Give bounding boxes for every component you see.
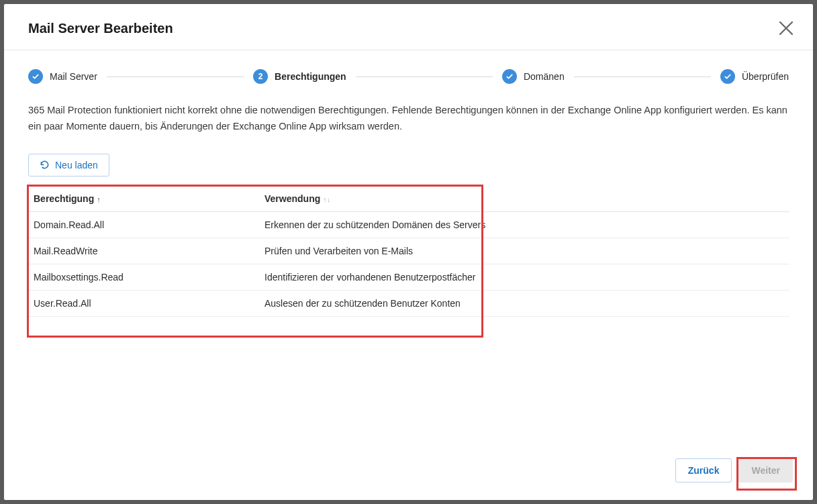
reload-button[interactable]: Neu laden: [28, 154, 109, 177]
step-divider: [356, 77, 493, 77]
modal-footer: Zurück Weiter: [4, 458, 813, 500]
step-review[interactable]: Überprüfen: [720, 69, 789, 84]
check-icon: [502, 69, 517, 84]
step-divider: [107, 77, 244, 77]
modal-header: Mail Server Bearbeiten: [4, 4, 813, 50]
table-row: Mail.ReadWrite Prüfen und Verarbeiten vo…: [28, 238, 789, 264]
step-domains[interactable]: Domänen: [502, 69, 565, 84]
table-row: User.Read.All Auslesen der zu schützende…: [28, 290, 789, 316]
cell-permission: Domain.Read.All: [28, 211, 259, 238]
cell-permission: User.Read.All: [28, 290, 259, 316]
step-divider: [574, 77, 711, 77]
table-row: Domain.Read.All Erkennen der zu schützen…: [28, 211, 789, 238]
modal-title: Mail Server Bearbeiten: [28, 21, 173, 36]
cell-usage: Erkennen der zu schützenden Domänen des …: [259, 211, 789, 238]
step-label: Domänen: [524, 71, 565, 82]
refresh-icon: [40, 160, 50, 170]
cell-usage: Auslesen der zu schützenden Benutzer Kon…: [259, 290, 789, 316]
edit-mail-server-modal: Mail Server Bearbeiten Mail Server 2 Ber…: [4, 4, 813, 500]
cell-permission: Mail.ReadWrite: [28, 238, 259, 264]
table-header-row: Berechtigung↑ Verwendung↑↓: [28, 186, 789, 212]
step-description: 365 Mail Protection funktioniert nicht k…: [28, 103, 789, 135]
sort-asc-icon: ↑: [97, 195, 101, 203]
step-permissions[interactable]: 2 Berechtigungen: [253, 69, 346, 84]
back-button[interactable]: Zurück: [675, 458, 732, 483]
step-mail-server[interactable]: Mail Server: [28, 69, 97, 84]
permissions-table: Berechtigung↑ Verwendung↑↓ Domain.Read.A…: [28, 186, 789, 317]
permissions-table-wrap: Berechtigung↑ Verwendung↑↓ Domain.Read.A…: [28, 186, 789, 317]
column-header-permission[interactable]: Berechtigung↑: [28, 186, 259, 212]
check-icon: [28, 69, 43, 84]
check-icon: [720, 69, 735, 84]
close-button[interactable]: [778, 20, 794, 36]
step-number-icon: 2: [253, 69, 268, 84]
cell-usage: Prüfen und Verarbeiten von E-Mails: [259, 238, 789, 264]
cell-usage: Identifizieren der vorhandenen Benutzerp…: [259, 264, 789, 290]
wizard-stepper: Mail Server 2 Berechtigungen Domänen Übe…: [28, 69, 789, 84]
table-row: Mailboxsettings.Read Identifizieren der …: [28, 264, 789, 290]
step-label: Überprüfen: [742, 71, 789, 82]
step-label: Mail Server: [50, 71, 97, 82]
next-button[interactable]: Weiter: [738, 458, 793, 483]
modal-body: Mail Server 2 Berechtigungen Domänen Übe…: [4, 50, 813, 458]
reload-label: Neu laden: [55, 160, 98, 170]
column-header-usage[interactable]: Verwendung↑↓: [259, 186, 789, 212]
cell-permission: Mailboxsettings.Read: [28, 264, 259, 290]
sort-icon: ↑↓: [323, 195, 330, 203]
close-icon: [778, 20, 794, 36]
step-label: Berechtigungen: [275, 71, 346, 82]
